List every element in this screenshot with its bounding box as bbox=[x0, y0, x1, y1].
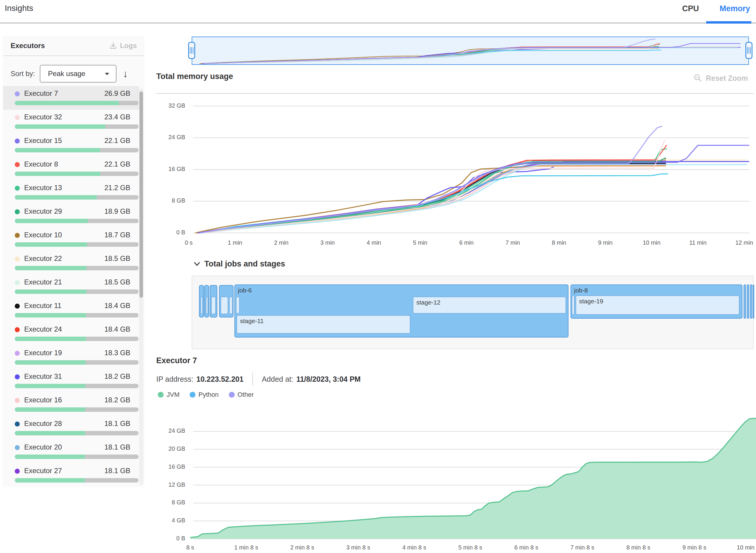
executor-row[interactable]: Executor 1321.2 GB bbox=[3, 180, 139, 204]
executor-color-dot bbox=[15, 91, 20, 96]
active-tab-underline bbox=[706, 21, 751, 23]
job-bar[interactable] bbox=[750, 285, 752, 319]
memory-type-legend: JVMPythonOther bbox=[158, 391, 254, 399]
jobs-stages-gantt: job-6stage-11stage-12job-8stage-19 bbox=[192, 275, 754, 349]
executor-usage-fill bbox=[15, 455, 85, 459]
executor-row[interactable]: Executor 2418.4 GB bbox=[3, 322, 139, 345]
stage-bar[interactable] bbox=[229, 297, 233, 314]
scrollbar-thumb[interactable] bbox=[140, 91, 143, 298]
legend-dot bbox=[190, 392, 196, 398]
job-bar[interactable] bbox=[753, 285, 754, 319]
legend-item-jvm: JVM bbox=[158, 391, 179, 399]
chevron-down-icon bbox=[193, 260, 201, 268]
executor-row[interactable]: Executor 1522.1 GB bbox=[3, 133, 139, 157]
executor-name: Executor 19 bbox=[24, 349, 62, 357]
executor-peak-value: 18.4 GB bbox=[104, 302, 130, 310]
executor-row[interactable]: Executor 1618.2 GB bbox=[3, 393, 139, 416]
x-tick-label: 2 min 8 s bbox=[279, 544, 326, 551]
executor-peak-value: 18.1 GB bbox=[104, 467, 130, 475]
tab-cpu[interactable]: CPU bbox=[682, 4, 699, 13]
executor-usage-fill bbox=[15, 101, 119, 105]
y-tick-label: 8 GB bbox=[156, 499, 185, 506]
job-bar[interactable] bbox=[747, 285, 749, 319]
executor-color-dot bbox=[15, 445, 20, 450]
memory-chart-title: Total memory usage bbox=[156, 72, 233, 81]
chevron-down-icon bbox=[104, 72, 110, 76]
executor-name: Executor 15 bbox=[24, 137, 62, 145]
executors-title: Executors bbox=[11, 42, 45, 50]
x-tick-label: 6 min 8 s bbox=[503, 544, 550, 551]
legend-dot bbox=[158, 392, 164, 398]
executor-name: Executor 16 bbox=[24, 396, 62, 404]
executor-name: Executor 31 bbox=[24, 372, 62, 381]
executor-detail-title: Executor 7 bbox=[156, 356, 197, 365]
executor-usage-bar bbox=[15, 290, 139, 294]
sort-direction-button[interactable]: ↓ bbox=[123, 69, 128, 79]
executor-row[interactable]: Executor 2818.1 GB bbox=[3, 416, 139, 440]
reset-zoom-button[interactable]: Reset Zoom bbox=[693, 74, 748, 83]
executor-row[interactable]: Executor 2118.5 GB bbox=[3, 275, 139, 298]
executor-usage-bar bbox=[15, 478, 139, 483]
executor-row[interactable]: Executor 726.9 GB bbox=[3, 86, 139, 110]
header-divider bbox=[0, 22, 756, 23]
stage-bar[interactable] bbox=[572, 295, 575, 315]
x-tick-label: 7 min 8 s bbox=[559, 544, 606, 551]
stage-bar-stage-12[interactable]: stage-12 bbox=[413, 297, 566, 314]
tab-memory[interactable]: Memory bbox=[720, 4, 750, 13]
executor-row[interactable]: Executor 1918.3 GB bbox=[3, 345, 139, 369]
executor-peak-value: 22.1 GB bbox=[104, 137, 130, 145]
executor-color-dot bbox=[15, 327, 20, 332]
executor-row[interactable]: Executor 2918.9 GB bbox=[3, 204, 139, 228]
executor-peak-value: 18.5 GB bbox=[104, 278, 130, 286]
sidebar-scrollbar[interactable] bbox=[139, 88, 143, 485]
executor-usage-fill bbox=[15, 384, 85, 388]
executor-name: Executor 32 bbox=[24, 113, 62, 121]
stage-bar[interactable] bbox=[211, 297, 216, 314]
executor-row[interactable]: Executor 2718.1 GB bbox=[3, 463, 139, 487]
executor-usage-bar bbox=[15, 195, 139, 200]
executor-row[interactable]: Executor 1118.4 GB bbox=[3, 298, 139, 322]
x-tick-label: 6 min bbox=[443, 239, 490, 246]
x-tick-label: 10 min 8 s bbox=[727, 544, 756, 551]
executor-usage-bar bbox=[15, 360, 139, 365]
stage-bar[interactable] bbox=[236, 297, 240, 314]
executor-list: Executor 726.9 GBExecutor 3223.4 GBExecu… bbox=[3, 86, 139, 487]
job-bar[interactable] bbox=[744, 285, 746, 319]
stage-bar[interactable] bbox=[201, 297, 203, 314]
sort-select[interactable]: Peak usage bbox=[40, 65, 117, 83]
brush-handle-left[interactable] bbox=[188, 42, 195, 59]
executor-peak-value: 21.2 GB bbox=[104, 184, 130, 192]
executor-row[interactable]: Executor 2218.5 GB bbox=[3, 251, 139, 275]
x-tick-label: 8 min 8 s bbox=[615, 544, 662, 551]
x-tick-label: 5 min 8 s bbox=[447, 544, 494, 551]
stage-bar[interactable] bbox=[206, 297, 208, 314]
job-label: job-8 bbox=[574, 287, 588, 294]
executor-name: Executor 20 bbox=[24, 443, 62, 451]
executor-row[interactable]: Executor 1018.7 GB bbox=[3, 228, 139, 251]
jobs-section-toggle[interactable]: Total jobs and stages bbox=[193, 259, 285, 268]
y-tick-label: 4 GB bbox=[156, 517, 185, 524]
brush-handle-right[interactable] bbox=[745, 42, 752, 59]
executor-info-row: IP address: 10.223.52.201 Added at: 11/8… bbox=[156, 373, 361, 386]
executor-row[interactable]: Executor 2018.1 GB bbox=[3, 440, 139, 463]
sort-by-label: Sort by: bbox=[11, 70, 35, 78]
stage-label: stage-19 bbox=[579, 298, 603, 305]
stage-bar-stage-19[interactable]: stage-19 bbox=[576, 295, 740, 315]
chart-top-divider bbox=[156, 93, 754, 94]
added-at-value: 11/8/2023, 3:04 PM bbox=[296, 375, 361, 384]
logs-button[interactable]: Logs bbox=[109, 42, 137, 50]
executor-row[interactable]: Executor 3223.4 GB bbox=[3, 110, 139, 133]
executor-usage-bar bbox=[15, 407, 139, 412]
stage-bar[interactable] bbox=[221, 297, 228, 314]
insights-page: Insights CPUMemory Executors Logs Sort b… bbox=[0, 0, 756, 553]
executor-usage-bar bbox=[15, 172, 139, 176]
job-label: job-6 bbox=[238, 287, 252, 294]
info-divider bbox=[252, 373, 253, 386]
executor-peak-value: 26.9 GB bbox=[104, 89, 130, 97]
stage-bar-stage-11[interactable]: stage-11 bbox=[236, 315, 410, 334]
executor-row[interactable]: Executor 822.1 GB bbox=[3, 157, 139, 180]
executor-usage-bar bbox=[15, 455, 139, 459]
executor-row[interactable]: Executor 3118.2 GB bbox=[3, 369, 139, 393]
timeline-brush[interactable] bbox=[192, 36, 749, 65]
executor-color-dot bbox=[15, 186, 20, 191]
